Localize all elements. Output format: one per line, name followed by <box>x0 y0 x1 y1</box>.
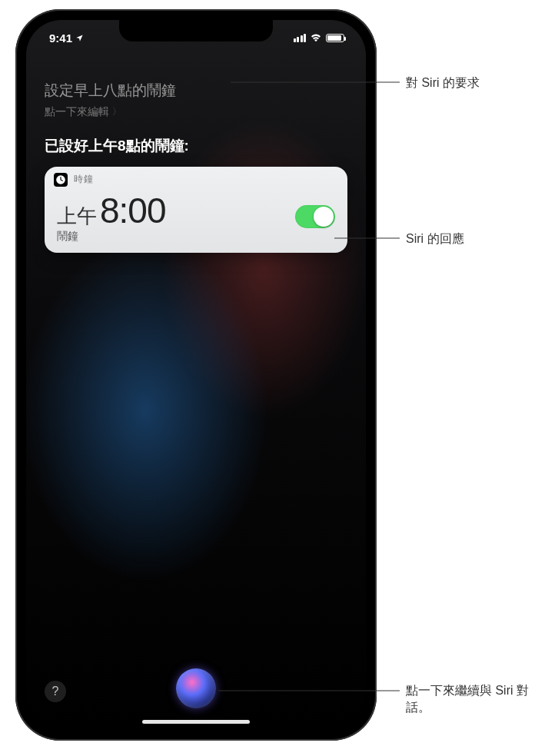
notch <box>119 20 273 41</box>
wifi-icon <box>310 33 322 42</box>
callout-continue: 點一下來繼續與 Siri 對話。 <box>406 682 536 717</box>
leader-lines <box>0 0 558 756</box>
status-time-group: 9:41 <box>49 32 84 45</box>
battery-icon <box>326 34 344 42</box>
location-icon <box>75 34 84 42</box>
cellular-signal-icon <box>294 34 307 42</box>
callout-response: Siri 的回應 <box>406 230 464 247</box>
callout-request: 對 Siri 的要求 <box>406 75 480 91</box>
status-time: 9:41 <box>49 32 72 45</box>
status-right <box>294 33 345 42</box>
